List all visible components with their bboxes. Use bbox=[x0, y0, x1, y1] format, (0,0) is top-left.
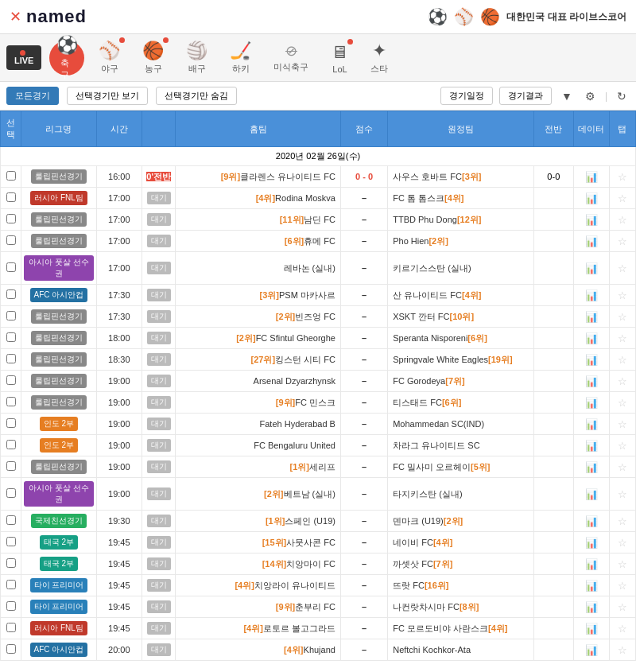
row-star-icon[interactable]: ☆ bbox=[609, 414, 635, 435]
row-checkbox[interactable] bbox=[6, 601, 16, 611]
row-star-icon[interactable]: ☆ bbox=[609, 575, 635, 596]
row-checkbox[interactable] bbox=[6, 332, 16, 342]
row-away-team[interactable]: FC Gorodeya[7위] bbox=[388, 371, 534, 392]
row-away-team[interactable]: 나컨랏차시마 FC[8위] bbox=[388, 596, 534, 618]
row-data-icon[interactable]: 📊 bbox=[573, 328, 609, 349]
row-star-icon[interactable]: ☆ bbox=[609, 349, 635, 371]
row-data-icon[interactable]: 📊 bbox=[573, 511, 609, 532]
row-home-team[interactable]: [9위]FC 민스크 bbox=[176, 392, 340, 414]
row-checkbox[interactable] bbox=[6, 461, 16, 471]
row-data-icon[interactable]: 📊 bbox=[573, 252, 609, 285]
row-away-team[interactable]: 차라그 유나이티드 SC bbox=[388, 435, 534, 456]
row-home-team[interactable]: [4위]Khujand bbox=[176, 639, 340, 661]
row-away-team[interactable]: TTBD Phu Dong[12위] bbox=[388, 209, 534, 231]
row-star-icon[interactable]: ☆ bbox=[609, 618, 635, 639]
row-star-icon[interactable]: ☆ bbox=[609, 306, 635, 328]
sidebar-item-star[interactable]: ✦ 스타 bbox=[359, 34, 399, 81]
row-home-team[interactable]: FC Bengaluru United bbox=[176, 435, 340, 456]
refresh-icon-button[interactable]: ↻ bbox=[614, 88, 630, 104]
row-data-icon[interactable]: 📊 bbox=[573, 435, 609, 456]
row-home-team[interactable]: [1위]스페인 (U19) bbox=[176, 511, 340, 532]
row-checkbox[interactable] bbox=[6, 558, 16, 568]
row-away-team[interactable]: 덴마크 (U19)[2위] bbox=[388, 511, 534, 532]
row-data-icon[interactable]: 📊 bbox=[573, 532, 609, 554]
sidebar-item-hockey[interactable]: 🏒 하키 bbox=[219, 34, 262, 81]
row-star-icon[interactable]: ☆ bbox=[609, 166, 635, 188]
row-star-icon[interactable]: ☆ bbox=[609, 392, 635, 414]
row-home-team[interactable]: [27위]킹스턴 시티 FC bbox=[176, 349, 340, 371]
row-data-icon[interactable]: 📊 bbox=[573, 209, 609, 231]
row-checkbox[interactable] bbox=[6, 644, 16, 654]
row-checkbox[interactable] bbox=[6, 515, 16, 525]
row-away-team[interactable]: 키르기스스탄 (실내) bbox=[388, 252, 534, 285]
row-star-icon[interactable]: ☆ bbox=[609, 285, 635, 306]
row-checkbox[interactable] bbox=[6, 418, 16, 428]
row-home-team[interactable]: [1위]세리프 bbox=[176, 456, 340, 478]
row-data-icon[interactable]: 📊 bbox=[573, 554, 609, 575]
row-data-icon[interactable]: 📊 bbox=[573, 456, 609, 478]
sidebar-item-soccer[interactable]: ⚽ 축구 bbox=[49, 41, 84, 76]
schedule-button[interactable]: 경기일정 bbox=[440, 87, 493, 105]
row-home-team[interactable]: [15위]사뭇사콘 FC bbox=[176, 532, 340, 554]
sidebar-item-volleyball[interactable]: 🏐 배구 bbox=[175, 34, 219, 81]
row-data-icon[interactable]: 📊 bbox=[573, 371, 609, 392]
row-home-team[interactable]: [4위]로토르 볼고그라드 bbox=[176, 618, 340, 639]
row-checkbox[interactable] bbox=[6, 235, 16, 245]
row-home-team[interactable]: 레바논 (실내) bbox=[176, 252, 340, 285]
row-star-icon[interactable]: ☆ bbox=[609, 478, 635, 511]
row-home-team[interactable]: [9위]춘부리 FC bbox=[176, 596, 340, 618]
row-star-icon[interactable]: ☆ bbox=[609, 532, 635, 554]
row-data-icon[interactable]: 📊 bbox=[573, 231, 609, 252]
row-home-team[interactable]: [4위]Rodina Moskva bbox=[176, 188, 340, 209]
row-checkbox[interactable] bbox=[6, 397, 16, 406]
row-data-icon[interactable]: 📊 bbox=[573, 414, 609, 435]
row-data-icon[interactable]: 📊 bbox=[573, 639, 609, 661]
row-away-team[interactable]: 사우스 호바트 FC[3위] bbox=[388, 166, 534, 188]
sidebar-item-basketball[interactable]: 🏀 농구 bbox=[131, 34, 175, 81]
row-checkbox[interactable] bbox=[6, 311, 16, 320]
row-checkbox[interactable] bbox=[6, 214, 16, 223]
row-data-icon[interactable]: 📊 bbox=[573, 306, 609, 328]
row-star-icon[interactable]: ☆ bbox=[609, 639, 635, 661]
selected-only-button[interactable]: 선택경기만 보기 bbox=[67, 87, 148, 105]
row-checkbox[interactable] bbox=[6, 440, 16, 449]
row-away-team[interactable]: Mohammedan SC(IND) bbox=[388, 414, 534, 435]
settings-icon-button[interactable]: ⚙ bbox=[582, 88, 599, 104]
row-away-team[interactable]: Pho Hien[2위] bbox=[388, 231, 534, 252]
row-checkbox[interactable] bbox=[6, 289, 16, 299]
all-games-button[interactable]: 모든경기 bbox=[6, 87, 59, 105]
selected-hide-button[interactable]: 선택경기만 숨김 bbox=[156, 87, 237, 105]
row-home-team[interactable]: [4위]치앙라이 유나이티드 bbox=[176, 575, 340, 596]
row-away-team[interactable]: 타지키스탄 (실내) bbox=[388, 478, 534, 511]
row-away-team[interactable]: 티스태드 FC[6위] bbox=[388, 392, 534, 414]
row-away-team[interactable]: XSKT 깐터 FC[10위] bbox=[388, 306, 534, 328]
row-away-team[interactable]: Speranta Nisporeni[6위] bbox=[388, 328, 534, 349]
row-home-team[interactable]: [6위]휴메 FC bbox=[176, 231, 340, 252]
row-data-icon[interactable]: 📊 bbox=[573, 478, 609, 511]
sidebar-item-baseball[interactable]: ⚾ 야구 bbox=[87, 34, 131, 81]
row-data-icon[interactable]: 📊 bbox=[573, 596, 609, 618]
row-away-team[interactable]: 네이비 FC[4위] bbox=[388, 532, 534, 554]
row-home-team[interactable]: Arsenal Dzyarzhynsk bbox=[176, 371, 340, 392]
row-home-team[interactable]: [3위]PSM 마카사르 bbox=[176, 285, 340, 306]
filter-icon-button[interactable]: ▼ bbox=[558, 88, 576, 104]
row-checkbox[interactable] bbox=[6, 580, 16, 589]
row-star-icon[interactable]: ☆ bbox=[609, 328, 635, 349]
row-star-icon[interactable]: ☆ bbox=[609, 231, 635, 252]
row-data-icon[interactable]: 📊 bbox=[573, 618, 609, 639]
row-checkbox[interactable] bbox=[6, 171, 16, 181]
row-home-team[interactable]: [11위]남딘 FC bbox=[176, 209, 340, 231]
row-checkbox[interactable] bbox=[6, 488, 16, 498]
row-data-icon[interactable]: 📊 bbox=[573, 575, 609, 596]
row-star-icon[interactable]: ☆ bbox=[609, 511, 635, 532]
row-checkbox[interactable] bbox=[6, 375, 16, 385]
row-data-icon[interactable]: 📊 bbox=[573, 166, 609, 188]
row-away-team[interactable]: 산 유나이티드 FC[4위] bbox=[388, 285, 534, 306]
row-checkbox[interactable] bbox=[6, 354, 16, 363]
row-checkbox[interactable] bbox=[6, 262, 16, 272]
row-away-team[interactable]: 뜨랏 FC[16위] bbox=[388, 575, 534, 596]
row-home-team[interactable]: [2위]FC Sfintul Gheorghe bbox=[176, 328, 340, 349]
row-away-team[interactable]: Neftchi Kochkor-Ata bbox=[388, 639, 534, 661]
row-away-team[interactable]: FC 밀사미 오르헤이[5위] bbox=[388, 456, 534, 478]
row-home-team[interactable]: [14위]치앙마이 FC bbox=[176, 554, 340, 575]
